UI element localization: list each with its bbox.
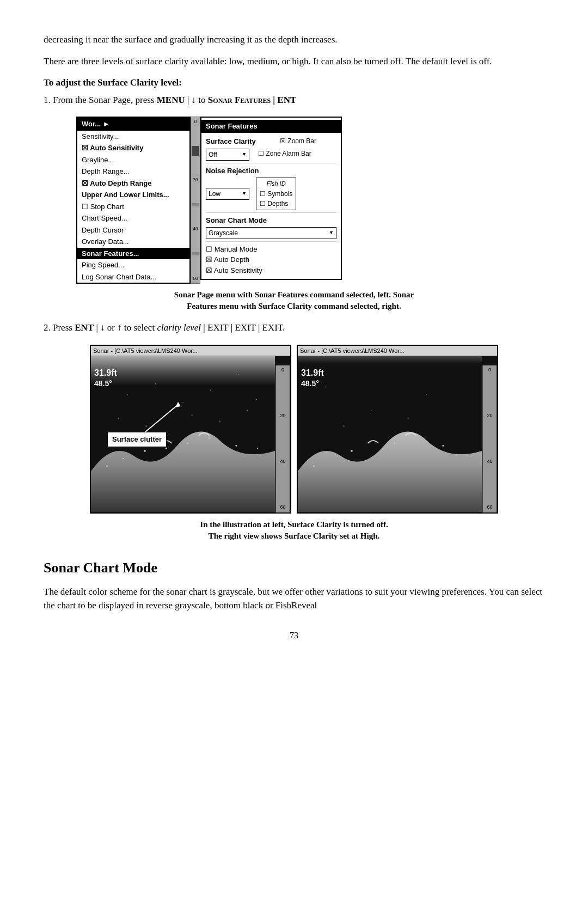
step1-ent: | ENT <box>271 95 296 105</box>
svg-marker-9 <box>175 402 181 407</box>
svg-point-3 <box>166 448 167 449</box>
menu-item-chart-speed[interactable]: Chart Speed... <box>77 212 189 224</box>
step2-italic: clarity level <box>157 322 201 333</box>
menu-item-auto-depth-range[interactable]: Auto Depth Range <box>77 178 189 190</box>
surface-clarity-value-row: Off Zone Alarm Bar <box>201 148 341 162</box>
section-heading-sonar-chart-mode: Sonar Chart Mode <box>44 557 544 578</box>
divider-3 <box>206 241 336 242</box>
surface-clarity-row: Surface Clarity Zoom Bar <box>201 135 341 148</box>
scroll-num-20: 20 <box>193 176 198 184</box>
sonar-images-container: Sonar - [C:\AT5 viewers\LMS240 Wor... <box>44 345 544 514</box>
scroll-marker-2 <box>192 252 199 255</box>
paragraph-2: There are three levels of surface clarit… <box>44 54 544 69</box>
auto-sensitivity-checkbox[interactable]: Auto Sensitivity <box>206 265 336 276</box>
step-1-text: 1. From the Sonar Page, press MENU | ↓ t… <box>44 93 544 107</box>
sonar-left-display: 0 20 40 60 31.9ft 48.5° Surface clutter <box>91 356 290 512</box>
step1-feature: Sonar Features <box>208 95 271 105</box>
sonar-right-scale: 0 20 40 60 <box>482 365 497 512</box>
left-menu-scrollbar[interactable]: 0 20 40 60 <box>191 117 200 284</box>
section-body: The default color scheme for the sonar c… <box>44 585 544 613</box>
sonar-left-scale: 0 20 40 60 <box>275 365 290 512</box>
scroll-marker-1 <box>192 203 199 206</box>
sonar-left-titlebar: Sonar - [C:\AT5 viewers\LMS240 Wor... <box>91 346 290 357</box>
noise-rejection-label: Noise Rejection <box>206 166 336 176</box>
surface-clarity-label: Surface Clarity <box>206 136 271 147</box>
svg-point-11 <box>351 450 353 452</box>
sonar-chart-mode-section: Sonar Chart Mode Grayscale <box>201 214 341 240</box>
sonar-right-image: Sonar - [C:\AT5 viewers\LMS240 Wor... <box>297 345 498 514</box>
scroll-thumb[interactable] <box>192 146 199 156</box>
caption-1: Sonar Page menu with Sonar Features comm… <box>44 289 544 312</box>
sonar-chart-mode-dropdown[interactable]: Grayscale <box>206 227 336 239</box>
sonar-right-display: 0 20 40 60 31.9ft 48.5° <box>298 356 497 512</box>
step2-ent: ENT <box>75 322 94 333</box>
svg-point-7 <box>257 448 258 449</box>
svg-line-8 <box>145 405 178 432</box>
scroll-num-60: 60 <box>193 275 198 283</box>
menu-item-depth-cursor[interactable]: Depth Cursor <box>77 224 189 236</box>
adjust-heading: To adjust the Surface Clarity level: <box>44 76 544 90</box>
menu-item-log-sonar[interactable]: Log Sonar Chart Data... <box>77 271 189 283</box>
svg-point-0 <box>106 466 108 467</box>
paragraph-1: decreasing it near the surface and gradu… <box>44 33 544 47</box>
left-menu: Wor... ► Sensitivity... Auto Sensitivity… <box>76 117 191 284</box>
menu-item-ping-speed[interactable]: Ping Speed... <box>77 259 189 271</box>
fish-id-title: Fish ID <box>260 179 292 188</box>
divider-2 <box>206 212 336 213</box>
svg-point-10 <box>313 466 315 467</box>
divider-1 <box>206 163 336 163</box>
left-menu-wrapper: Wor... ► Sensitivity... Auto Sensitivity… <box>76 117 200 284</box>
menu-item-grayline[interactable]: Grayline... <box>77 154 189 166</box>
clutter-arrow <box>145 402 189 435</box>
svg-point-12 <box>394 443 395 444</box>
step1-arrow: | ↓ to <box>185 95 208 105</box>
zoom-bar-checkbox[interactable]: Zoom Bar <box>280 136 316 146</box>
features-title: Sonar Features <box>201 120 341 133</box>
svg-point-4 <box>187 443 188 444</box>
sonar-left-overlay: 31.9ft 48.5° <box>94 368 117 389</box>
manual-mode-checkbox[interactable]: Manual Mode <box>206 244 336 255</box>
menu-item-overlay-data[interactable]: Overlay Data... <box>77 236 189 248</box>
left-menu-title: Wor... ► <box>77 118 189 131</box>
step1-menu-key: MENU <box>157 95 185 105</box>
menu-item-upper-lower[interactable]: Upper And Lower Limits... <box>77 189 189 201</box>
bottom-terrain-right <box>298 410 482 512</box>
sonar-left-image: Sonar - [C:\AT5 viewers\LMS240 Wor... <box>90 345 291 514</box>
scroll-num-40: 40 <box>193 225 198 233</box>
menu-item-depth-range[interactable]: Depth Range... <box>77 166 189 178</box>
svg-point-13 <box>442 445 444 447</box>
zone-alarm-checkbox[interactable]: Zone Alarm Bar <box>258 149 311 158</box>
auto-depth-checkbox[interactable]: Auto Depth <box>206 254 336 265</box>
sonar-right-titlebar: Sonar - [C:\AT5 viewers\LMS240 Wor... <box>298 346 497 357</box>
step1-prefix: 1. From the Sonar Page, press <box>44 95 157 105</box>
sonar-right-overlay: 31.9ft 48.5° <box>301 368 324 389</box>
right-surface-layer <box>298 356 482 364</box>
page-number: 73 <box>44 629 544 642</box>
menu-area: Wor... ► Sensitivity... Auto Sensitivity… <box>76 117 544 284</box>
scroll-num-0: 0 <box>194 118 197 126</box>
svg-point-1 <box>122 458 124 459</box>
sonar-right-water <box>298 356 482 512</box>
sonar-chart-mode-dropdown-row: Grayscale <box>206 227 336 239</box>
menu-item-stop-chart[interactable]: Stop Chart <box>77 201 189 213</box>
surface-clarity-dropdown[interactable]: Off <box>206 149 249 161</box>
fish-id-box: Fish ID Symbols Depths <box>256 178 296 211</box>
mode-section: Manual Mode Auto Depth Auto Sensitivity <box>201 243 341 277</box>
svg-point-2 <box>144 450 146 452</box>
svg-point-6 <box>235 445 237 447</box>
right-features-menu: Sonar Features Surface Clarity Zoom Bar … <box>200 117 342 280</box>
surface-clutter-layer <box>91 356 275 386</box>
menu-item-auto-sensitivity[interactable]: Auto Sensitivity <box>77 142 189 154</box>
step-2-text: 2. Press ENT | ↓ or ↑ to select clarity … <box>44 321 544 335</box>
noise-rejection-row: Low Fish ID Symbols Depths <box>206 178 336 211</box>
menu-item-sonar-features[interactable]: Sonar Features... <box>77 248 189 260</box>
menu-item-sensitivity[interactable]: Sensitivity... <box>77 131 189 143</box>
svg-point-5 <box>208 437 210 439</box>
depths-checkbox[interactable]: Depths <box>260 199 292 209</box>
noise-rejection-section: Noise Rejection Low Fish ID Symbols Dept… <box>201 164 341 211</box>
noise-rejection-dropdown[interactable]: Low <box>206 188 249 200</box>
surface-clutter-label-container: Surface clutter <box>107 432 167 447</box>
caption-2: In the illustration at left, Surface Cla… <box>44 519 544 542</box>
symbols-checkbox[interactable]: Symbols <box>260 189 292 199</box>
sonar-chart-mode-label: Sonar Chart Mode <box>206 215 336 226</box>
